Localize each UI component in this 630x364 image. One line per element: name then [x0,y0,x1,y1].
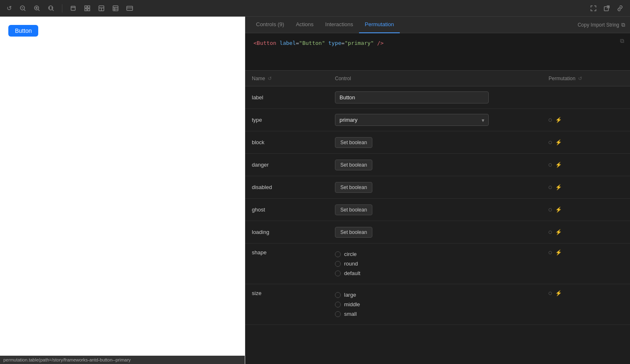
frame-icon[interactable] [68,3,78,13]
shape-lightning-icon[interactable]: ⚡ [555,249,562,256]
shape-radio-group: circle round default [335,248,549,280]
type-lightning-icon[interactable]: ⚡ [555,117,562,123]
ghost-lightning-icon[interactable]: ⚡ [555,207,562,213]
block-permutation: ⚡ [549,139,623,145]
svg-line-8 [52,10,54,11]
label-input[interactable] [335,91,489,103]
disabled-lightning-icon[interactable]: ⚡ [555,184,562,190]
code-line: <Button label="Button" type="primary" /> [253,40,384,46]
grid-icon[interactable] [82,3,92,13]
loading-perm-dot [549,231,552,234]
block-control: Set boolean [335,137,549,148]
shape-circle-radio[interactable] [335,251,341,257]
ghost-permutation: ⚡ [549,207,623,213]
size-small-label: small [344,311,357,317]
divider [62,4,62,12]
expand-icon[interactable] [125,3,135,13]
left-panel: Button permutation.table(path=/story/fra… [0,17,245,364]
shape-default-option[interactable]: default [335,270,549,276]
danger-lightning-icon[interactable]: ⚡ [555,162,562,168]
block-lightning-icon[interactable]: ⚡ [555,139,562,145]
shape-round-radio[interactable] [335,261,341,267]
size-large-radio[interactable] [335,292,341,298]
svg-rect-13 [85,9,87,11]
reset-name-icon[interactable]: ↺ [268,76,272,81]
copy-icon: ⧉ [621,22,625,28]
size-middle-label: middle [344,301,360,307]
svg-rect-14 [88,9,90,11]
disabled-control: Set boolean [335,182,549,193]
canvas-area: Button [0,17,245,364]
size-large-label: large [344,292,356,298]
loading-name: loading [252,229,335,235]
tab-controls[interactable]: Controls (9) [250,17,290,33]
row-block: block Set boolean ⚡ [245,131,630,154]
tab-interactions[interactable]: Interactions [320,17,359,33]
disabled-name: disabled [252,184,335,190]
panel-icon[interactable] [96,3,106,13]
danger-control: Set boolean [335,160,549,170]
tab-actions[interactable]: Actions [290,17,320,33]
danger-perm-dot [549,163,552,167]
size-radio-group: large middle small [335,288,549,320]
type-control: primary secondary default dashed text li… [335,114,489,126]
danger-boolean-button[interactable]: Set boolean [335,160,372,170]
top-bar-right [588,3,625,13]
size-large-option[interactable]: large [335,292,549,298]
size-small-radio[interactable] [335,311,341,317]
zoom-fit-icon[interactable] [46,3,56,13]
status-bar: permutation.table(path=/story/frameworks… [0,356,245,364]
row-disabled: disabled Set boolean ⚡ [245,176,630,199]
reset-icon[interactable]: ↺ [5,3,14,14]
copy-import-button[interactable]: Copy Import String ⧉ [578,22,625,28]
row-type: type primary secondary default dashed te… [245,109,630,131]
reset-permutation-icon[interactable]: ↺ [578,76,582,81]
svg-line-6 [38,10,39,11]
disabled-boolean-button[interactable]: Set boolean [335,182,372,193]
shape-circle-option[interactable]: circle [335,251,549,257]
size-middle-radio[interactable] [335,302,341,307]
size-middle-option[interactable]: middle [335,301,549,307]
shape-default-radio[interactable] [335,271,341,276]
controls-table: Name ↺ Control Permutation ↺ label [245,71,630,364]
shape-round-option[interactable]: round [335,261,549,267]
type-name: type [252,117,335,123]
size-lightning-icon[interactable]: ⚡ [555,290,562,296]
loading-permutation: ⚡ [549,229,623,235]
svg-rect-11 [85,6,87,8]
ghost-name: ghost [252,207,335,213]
svg-rect-18 [113,6,118,11]
zoom-in-icon[interactable] [32,3,42,13]
loading-lightning-icon[interactable]: ⚡ [555,229,562,235]
size-small-option[interactable]: small [335,311,549,317]
ghost-boolean-button[interactable]: Set boolean [335,204,372,215]
block-boolean-button[interactable]: Set boolean [335,137,372,148]
code-copy-icon[interactable]: ⧉ [620,37,624,44]
external-link-icon[interactable] [602,3,612,13]
svg-rect-9 [71,6,75,10]
tabs-bar: Controls (9) Actions Interactions Permut… [245,17,630,33]
top-bar: ↺ [0,0,630,17]
main-layout: Button permutation.table(path=/story/fra… [0,17,630,364]
type-select[interactable]: primary secondary default dashed text li… [335,114,489,126]
danger-name: danger [252,162,335,168]
table-icon[interactable] [111,3,121,13]
row-size: size large middle small [245,284,630,325]
disabled-perm-dot [549,186,552,189]
shape-circle-label: circle [344,251,357,257]
shape-permutation: ⚡ [549,248,623,256]
link-icon[interactable] [615,3,625,13]
fullscreen-icon[interactable] [588,3,598,13]
disabled-permutation: ⚡ [549,184,623,190]
shape-default-label: default [344,270,360,276]
row-danger: danger Set boolean ⚡ [245,154,630,176]
label-name: label [252,94,335,101]
zoom-out-icon[interactable] [18,3,28,13]
tab-permutation[interactable]: Permutation [359,17,400,33]
table-header: Name ↺ Control Permutation ↺ [245,71,630,86]
loading-boolean-button[interactable]: Set boolean [335,227,372,238]
header-name: Name ↺ [252,76,335,81]
top-bar-left: ↺ [5,3,588,14]
demo-button[interactable]: Button [8,25,38,37]
svg-point-7 [49,6,53,10]
